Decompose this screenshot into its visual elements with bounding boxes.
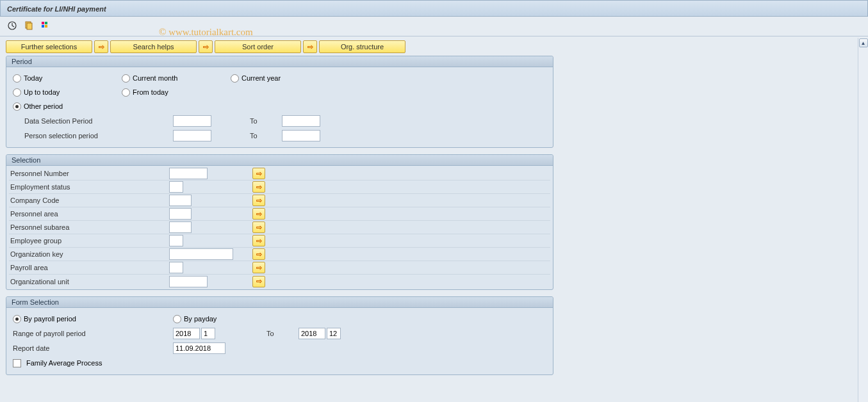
personnel-subarea-select-button[interactable]: ⇨ xyxy=(252,221,265,233)
row-organization-key: Organization key ⇨ xyxy=(9,248,550,261)
personnel-area-input[interactable] xyxy=(169,208,192,220)
employment-status-input[interactable] xyxy=(169,181,183,193)
toolbar xyxy=(0,17,868,35)
to-label-1: To xyxy=(250,117,269,125)
row-employee-group: Employee group ⇨ xyxy=(9,234,550,248)
period-header: Period xyxy=(6,56,553,67)
svg-rect-5 xyxy=(42,25,44,28)
personnel-subarea-input[interactable] xyxy=(169,221,192,233)
org-structure-button[interactable]: Org. structure xyxy=(319,40,405,53)
label-report-date: Report date xyxy=(13,344,173,352)
company-code-input[interactable] xyxy=(169,195,192,206)
checkbox-family-avg[interactable]: Family Average Process xyxy=(13,359,102,367)
personnel-area-select-button[interactable]: ⇨ xyxy=(252,208,265,220)
row-company-code: Company Code ⇨ xyxy=(9,194,550,207)
data-selection-to-input[interactable] xyxy=(282,115,320,127)
radio-from-today[interactable]: From today xyxy=(122,88,231,97)
radio-current-month[interactable]: Current month xyxy=(122,74,231,83)
label-data-selection-period: Data Selection Period xyxy=(13,117,173,125)
organization-key-input[interactable] xyxy=(169,248,233,260)
radio-current-year[interactable]: Current year xyxy=(231,74,340,83)
data-selection-from-input[interactable] xyxy=(173,115,211,127)
label-range-payroll: Range of payroll period xyxy=(13,330,173,337)
period-to-input[interactable] xyxy=(327,328,341,339)
person-selection-from-input[interactable] xyxy=(173,130,211,141)
report-date-input[interactable] xyxy=(173,342,225,354)
color-legend-icon[interactable] xyxy=(40,20,51,31)
year-from-input[interactable] xyxy=(173,328,200,339)
employment-status-select-button[interactable]: ⇨ xyxy=(252,181,265,193)
svg-rect-2 xyxy=(27,23,32,29)
person-selection-to-input[interactable] xyxy=(282,130,320,141)
scroll-up-icon[interactable]: ▲ xyxy=(859,38,868,47)
sort-order-button[interactable]: Sort order xyxy=(215,40,301,53)
form-selection-header: Form Selection xyxy=(6,297,553,308)
execute-icon[interactable] xyxy=(6,20,18,31)
org-structure-arrow[interactable]: ⇨ xyxy=(303,40,317,53)
organizational-unit-input[interactable] xyxy=(169,276,208,287)
svg-rect-4 xyxy=(45,22,47,24)
row-personnel-area: Personnel area ⇨ xyxy=(9,207,550,221)
radio-today[interactable]: Today xyxy=(13,74,122,83)
organizational-unit-select-button[interactable]: ⇨ xyxy=(252,276,265,287)
row-personnel-number: Personnel Number ⇨ xyxy=(9,167,550,181)
radio-by-payroll-period[interactable]: By payroll period xyxy=(13,315,173,323)
content-area: ▲ ▼ Further selections ⇨ Search helps ⇨ … xyxy=(0,38,868,402)
radio-up-to-today[interactable]: Up to today xyxy=(13,88,122,97)
payroll-area-select-button[interactable]: ⇨ xyxy=(252,262,265,273)
further-selections-button[interactable]: Further selections xyxy=(6,40,92,53)
selection-group: Selection Personnel Number ⇨ Employment … xyxy=(6,154,553,290)
label-person-selection-period: Person selection period xyxy=(13,132,173,140)
radio-by-payday[interactable]: By payday xyxy=(173,315,217,323)
payroll-area-input[interactable] xyxy=(169,262,183,273)
selection-header: Selection xyxy=(6,155,553,166)
organization-key-select-button[interactable]: ⇨ xyxy=(252,248,265,260)
svg-rect-3 xyxy=(42,22,44,24)
get-variant-icon[interactable] xyxy=(23,20,35,31)
search-helps-arrow[interactable]: ⇨ xyxy=(94,40,108,53)
period-from-input[interactable] xyxy=(201,328,215,339)
sort-order-arrow[interactable]: ⇨ xyxy=(199,40,213,53)
row-personnel-subarea: Personnel subarea ⇨ xyxy=(9,221,550,234)
employee-group-select-button[interactable]: ⇨ xyxy=(252,235,265,246)
employee-group-input[interactable] xyxy=(169,235,183,246)
row-employment-status: Employment status ⇨ xyxy=(9,181,550,194)
row-payroll-area: Payroll area ⇨ xyxy=(9,261,550,275)
period-group: Period Today Current month Current year … xyxy=(6,56,553,148)
year-to-input[interactable] xyxy=(299,328,325,339)
row-organizational-unit: Organizational unit ⇨ xyxy=(9,275,550,288)
personnel-number-select-button[interactable]: ⇨ xyxy=(252,168,265,179)
checkbox-icon xyxy=(13,359,21,367)
search-helps-button[interactable]: Search helps xyxy=(110,40,197,53)
svg-rect-6 xyxy=(45,25,47,28)
selection-buttons-row: Further selections ⇨ Search helps ⇨ Sort… xyxy=(6,40,851,53)
form-selection-group: Form Selection By payroll period By payd… xyxy=(6,296,553,375)
vertical-scrollbar[interactable]: ▲ ▼ xyxy=(858,38,868,402)
radio-other-period[interactable]: Other period xyxy=(13,102,122,111)
title-bar: Certificate for LI/NHI payment xyxy=(0,0,868,17)
page-title: Certificate for LI/NHI payment xyxy=(7,5,106,13)
company-code-select-button[interactable]: ⇨ xyxy=(252,195,265,206)
to-label-3: To xyxy=(266,330,286,337)
personnel-number-input[interactable] xyxy=(169,168,208,179)
to-label-2: To xyxy=(250,132,269,140)
